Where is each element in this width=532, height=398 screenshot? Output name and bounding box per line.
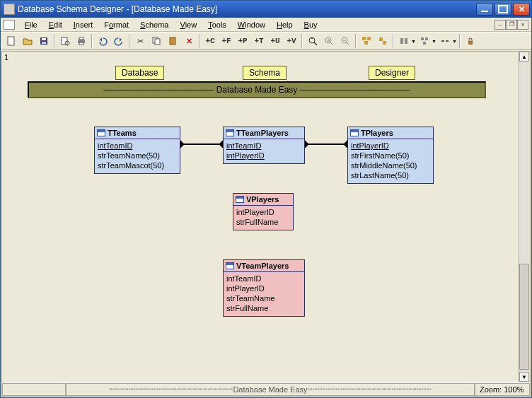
- view-vplayers[interactable]: VPlayers intPlayerID strFullName: [233, 193, 294, 230]
- close-button[interactable]: [513, 3, 530, 16]
- copy-button[interactable]: [149, 34, 164, 48]
- column: strMiddleName(50): [351, 160, 430, 170]
- svg-line-20: [347, 42, 349, 45]
- column: strTeamName: [226, 293, 301, 303]
- svg-rect-23: [367, 37, 371, 40]
- arrange-button[interactable]: [359, 34, 374, 48]
- print-button[interactable]: [74, 34, 89, 48]
- table-icon: [350, 129, 359, 136]
- undo-button[interactable]: [95, 34, 110, 48]
- relation-line[interactable]: [303, 144, 347, 145]
- status-zoom: Zoom: 100%: [475, 383, 530, 396]
- align-button[interactable]: [396, 34, 412, 48]
- svg-rect-29: [421, 37, 424, 40]
- view-columns: intTeamID intPlayerID strTeamName strFul…: [224, 272, 304, 316]
- view-header: VTeamPlayers: [224, 260, 304, 272]
- menu-insert[interactable]: Insert: [68, 19, 99, 30]
- add-u-button[interactable]: +U: [267, 34, 283, 48]
- menu-help[interactable]: Help: [271, 19, 299, 30]
- menu-buy[interactable]: Buy: [299, 19, 323, 30]
- zoom-in-button[interactable]: [321, 34, 337, 48]
- table-tteams[interactable]: TTeams intTeamID strTeamName(50) strTeam…: [94, 127, 180, 174]
- view-header: VPlayers: [233, 194, 293, 206]
- table-header: TTeams: [95, 127, 180, 139]
- column: strTeamName(50): [98, 151, 177, 160]
- svg-rect-30: [425, 37, 428, 40]
- mdi-close-button[interactable]: ×: [517, 20, 528, 30]
- diagram-canvas[interactable]: 1 Database Schema Designer —————————————…: [2, 52, 519, 382]
- group-button[interactable]: [375, 34, 391, 48]
- save-button[interactable]: [36, 34, 52, 48]
- toolbar-separator: [129, 34, 130, 48]
- maximize-button[interactable]: [495, 3, 511, 16]
- link-dropdown-icon[interactable]: ▼: [452, 39, 457, 44]
- lock-button[interactable]: [463, 34, 478, 48]
- menu-format[interactable]: Format: [98, 19, 134, 30]
- paste-button[interactable]: [165, 34, 180, 48]
- svg-point-13: [309, 37, 315, 43]
- scroll-thumb[interactable]: [519, 264, 529, 370]
- client-area: 1 Database Schema Designer —————————————…: [1, 51, 531, 397]
- delete-button[interactable]: ✕: [181, 34, 197, 48]
- table-tplayers[interactable]: TPlayers intPlayerID strFirstName(50) st…: [347, 127, 434, 184]
- titlebar: Database Schema Designer - [Database Mad…: [1, 1, 531, 18]
- open-button[interactable]: [20, 34, 35, 48]
- menu-window[interactable]: Window: [232, 19, 271, 30]
- relation-line[interactable]: [179, 144, 223, 145]
- new-button[interactable]: [4, 34, 19, 48]
- table-header: TTeamPlayers: [224, 127, 304, 139]
- document-icon[interactable]: [4, 20, 15, 30]
- view-vteamplayers[interactable]: VTeamPlayers intTeamID intPlayerID strTe…: [223, 259, 305, 317]
- svg-rect-0: [8, 37, 14, 45]
- align-dropdown-icon[interactable]: ▼: [411, 39, 416, 44]
- menu-tools[interactable]: Tools: [202, 19, 232, 30]
- table-title: TPlayers: [361, 129, 393, 137]
- toolbar: ✂ ✕ +C +F +P +T +U +V ▼ ▼ ▼: [1, 32, 531, 50]
- toolbar-separator: [91, 34, 93, 48]
- minimize-button[interactable]: [476, 3, 493, 16]
- add-p-button[interactable]: +P: [235, 34, 250, 48]
- add-f-button[interactable]: +F: [219, 34, 234, 48]
- svg-rect-34: [468, 41, 473, 45]
- window-buttons: [476, 3, 530, 16]
- menu-file[interactable]: File: [19, 19, 43, 30]
- view-title: VTeamPlayers: [236, 262, 289, 270]
- column: intTeamID: [98, 141, 177, 151]
- link-button[interactable]: [437, 34, 453, 48]
- distribute-button[interactable]: [417, 34, 432, 48]
- menu-edit[interactable]: Edit: [43, 19, 68, 30]
- scroll-up-button[interactable]: ▲: [519, 52, 529, 62]
- toolbar-separator: [54, 34, 55, 48]
- print-preview-button[interactable]: [57, 34, 73, 48]
- zoom-out-button[interactable]: [337, 34, 353, 48]
- toolbar-separator: [393, 34, 394, 48]
- tag-schema[interactable]: Schema: [243, 66, 287, 80]
- svg-line-14: [314, 42, 317, 45]
- column: strLastName(50): [351, 170, 430, 180]
- column: strTeamMascot(50): [98, 160, 177, 170]
- banner[interactable]: ————————————— Database Made Easy ———————…: [28, 81, 486, 98]
- svg-rect-33: [446, 40, 449, 42]
- distribute-dropdown-icon[interactable]: ▼: [432, 39, 436, 44]
- tag-designer[interactable]: Designer: [369, 66, 415, 80]
- app-icon: [4, 4, 15, 15]
- scroll-down-button[interactable]: ▼: [519, 372, 529, 382]
- mdi-restore-button[interactable]: ❐: [506, 20, 517, 30]
- column: intPlayerID: [236, 207, 290, 217]
- add-v-button[interactable]: +V: [284, 34, 299, 48]
- menu-schema[interactable]: Schema: [134, 19, 174, 30]
- tag-database[interactable]: Database: [115, 66, 164, 80]
- cut-button[interactable]: ✂: [132, 34, 148, 48]
- vertical-scrollbar[interactable]: ▲ ▼: [519, 52, 530, 382]
- zoom-tool-button[interactable]: [305, 34, 320, 48]
- table-title: TTeamPlayers: [236, 129, 289, 137]
- svg-rect-11: [170, 37, 175, 45]
- add-t-button[interactable]: +T: [251, 34, 267, 48]
- table-tteamplayers[interactable]: TTeamPlayers intTeamID intPlayerID: [223, 127, 305, 164]
- column: strFirstName(50): [351, 151, 430, 160]
- menu-view[interactable]: View: [174, 19, 202, 30]
- add-c-button[interactable]: +C: [202, 34, 218, 48]
- svg-rect-2: [42, 38, 46, 40]
- redo-button[interactable]: [111, 34, 127, 48]
- mdi-minimize-button[interactable]: –: [495, 20, 506, 30]
